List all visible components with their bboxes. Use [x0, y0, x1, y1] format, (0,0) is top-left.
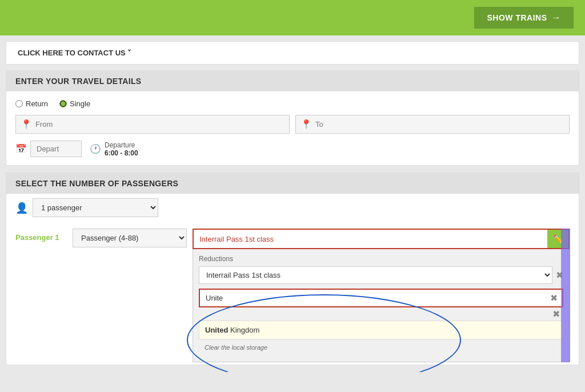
- show-trains-button[interactable]: SHOW TRAINS →: [474, 7, 574, 29]
- departure-label: Departure: [105, 141, 138, 149]
- unite-field-row: ✖: [199, 289, 563, 307]
- passenger-type-dropdown[interactable]: Passenger (4-88): [73, 229, 187, 247]
- passenger1-label: Passenger 1: [15, 229, 67, 242]
- to-input[interactable]: [315, 115, 564, 133]
- single-radio[interactable]: [59, 100, 67, 107]
- interrail-box: ✏️ Reductions Interrail Pass 1st class ✖: [193, 229, 570, 362]
- unite-clear-button[interactable]: ✖: [546, 290, 562, 306]
- main-content: ENTER YOUR TRAVEL DETAILS Return Single …: [6, 70, 579, 365]
- suggestion-highlight: United: [205, 326, 228, 334]
- travel-section: ENTER YOUR TRAVEL DETAILS Return Single …: [6, 70, 579, 166]
- suggestion-item[interactable]: United Kingdom: [199, 321, 563, 339]
- depart-input[interactable]: [30, 141, 82, 157]
- return-option[interactable]: Return: [15, 99, 48, 108]
- travel-section-body: Return Single 📍 📍: [6, 91, 579, 165]
- reductions-section: Reductions Interrail Pass 1st class ✖ ✖ …: [193, 249, 570, 362]
- arrow-icon: →: [552, 13, 562, 23]
- departure-time-value: 6:00 - 8:00: [105, 149, 138, 157]
- passenger-count-row: 👤 1 passenger: [6, 194, 579, 222]
- clear-storage-link[interactable]: Clear the local storage: [205, 344, 267, 351]
- reductions-label: Reductions: [199, 255, 563, 263]
- passengers-section: SELECT THE NUMBER OF PASSENGERS 👤 1 pass…: [6, 173, 579, 365]
- passengers-section-title: SELECT THE NUMBER OF PASSENGERS: [15, 179, 178, 188]
- depart-row: 📅 🕐 Departure 6:00 - 8:00: [15, 141, 570, 157]
- from-to-row: 📍 📍: [15, 115, 570, 134]
- travel-type-selector: Return Single: [15, 99, 570, 108]
- passenger-detail-row: Passenger 1 Passenger (4-88) ✏️ Reductio…: [6, 222, 579, 365]
- from-field: 📍: [15, 115, 290, 134]
- reductions-dropdown[interactable]: Interrail Pass 1st class: [199, 266, 552, 284]
- depart-field: 📅: [15, 141, 82, 157]
- to-location-icon: 📍: [300, 119, 312, 130]
- interrail-input-row: ✏️: [193, 229, 570, 249]
- unite-second-clear-row: ✖: [199, 307, 563, 321]
- departure-time-field: 🕐 Departure 6:00 - 8:00: [90, 141, 138, 157]
- from-input[interactable]: [35, 115, 285, 133]
- clear-storage-row: Clear the local storage: [199, 339, 563, 356]
- single-option[interactable]: Single: [59, 99, 90, 108]
- purple-sidebar-strip: [561, 229, 570, 362]
- suggestion-rest: Kingdom: [228, 326, 259, 334]
- show-trains-label: SHOW TRAINS: [487, 13, 547, 22]
- travel-section-title: ENTER YOUR TRAVEL DETAILS: [15, 77, 141, 86]
- passenger-count-dropdown[interactable]: 1 passenger: [33, 198, 158, 217]
- single-label: Single: [70, 99, 90, 108]
- calendar-icon[interactable]: 📅: [15, 143, 27, 154]
- unite-second-clear-button[interactable]: ✖: [552, 309, 560, 319]
- return-label: Return: [26, 99, 48, 108]
- person-icon: 👤: [15, 202, 28, 214]
- return-radio[interactable]: [15, 100, 23, 107]
- from-location-icon: 📍: [21, 119, 32, 130]
- travel-section-header: ENTER YOUR TRAVEL DETAILS: [6, 71, 579, 91]
- clock-icon: 🕐: [90, 143, 101, 154]
- unite-input[interactable]: [200, 290, 546, 306]
- interrail-input[interactable]: [194, 230, 547, 248]
- contact-link[interactable]: CLICK HERE TO CONTACT US ˅: [18, 49, 131, 57]
- contact-bar: CLICK HERE TO CONTACT US ˅: [6, 41, 579, 65]
- header: SHOW TRAINS →: [0, 0, 585, 35]
- reductions-select-row: Interrail Pass 1st class ✖: [199, 266, 563, 284]
- to-field: 📍: [295, 115, 570, 134]
- passengers-section-header: SELECT THE NUMBER OF PASSENGERS: [6, 173, 579, 194]
